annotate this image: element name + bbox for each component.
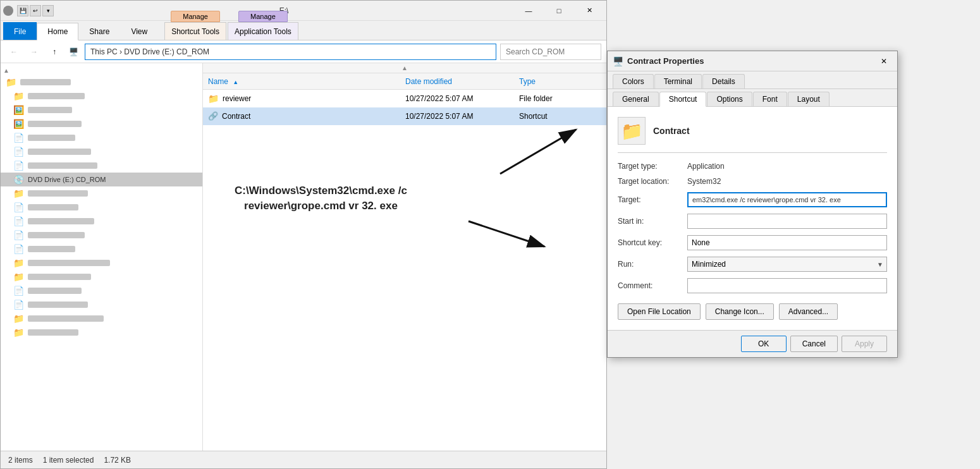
start-in-label: Start in: [618, 217, 687, 226]
run-select[interactable]: Normal window Minimized Maximized [687, 257, 887, 272]
back-button[interactable]: ← [6, 44, 22, 60]
col-header-type[interactable]: Type [519, 77, 601, 86]
image-icon-2: 🖼️ [13, 105, 24, 115]
tab-file[interactable]: File [3, 22, 37, 40]
path-input[interactable] [85, 44, 496, 60]
dialog-footer: OK Cancel Apply [608, 330, 897, 357]
sidebar-item-17[interactable]: 📁 [1, 312, 202, 326]
sidebar-item-dvd[interactable]: 💿 DVD Drive (E:) CD_ROM [1, 173, 202, 186]
tab-options[interactable]: Options [707, 92, 752, 106]
search-input[interactable] [500, 44, 601, 60]
minimize-button[interactable]: — [514, 1, 543, 21]
form-row-shortcut-key: Shortcut key: [618, 235, 887, 250]
sidebar-item-1[interactable]: 📁 [1, 89, 202, 103]
tab-app-tools[interactable]: Application Tools [228, 22, 298, 40]
forward-button[interactable]: → [26, 44, 42, 60]
sidebar-scroll-up[interactable]: ▲ [1, 66, 202, 75]
folder-icon-13: 📁 [13, 258, 24, 268]
sidebar-item-9[interactable]: 📄 [1, 200, 202, 214]
items-count: 2 items [8, 456, 33, 465]
start-in-input[interactable] [687, 214, 887, 229]
tab-shortcut-tools[interactable]: Shortcut Tools [164, 22, 226, 40]
sidebar-item-8[interactable]: 📁 [1, 186, 202, 200]
tab-layout[interactable]: Layout [788, 92, 830, 106]
col-header-name[interactable]: Name ▲ [208, 77, 405, 86]
tab-home[interactable]: Home [37, 23, 78, 40]
sidebar-item-11[interactable]: 📄 [1, 228, 202, 242]
open-file-location-button[interactable]: Open File Location [618, 303, 701, 320]
sidebar-item-6[interactable]: 📄 [1, 159, 202, 173]
shortcut-key-input[interactable] [687, 235, 887, 250]
tab-share[interactable]: Share [78, 22, 120, 40]
breadcrumb-icon: 🖥️ [69, 47, 78, 56]
undo-quick-btn[interactable]: ↩ [30, 5, 41, 16]
cancel-button[interactable]: Cancel [790, 336, 838, 352]
dropdown-quick-btn[interactable]: ▾ [42, 5, 54, 16]
sidebar-item-0[interactable]: 📁 [1, 75, 202, 89]
file-list-scroll-up[interactable]: ▲ [203, 63, 606, 73]
sidebar-item-14[interactable]: 📁 [1, 270, 202, 284]
save-quick-btn[interactable]: 💾 [17, 5, 28, 16]
sidebar-item-4[interactable]: 📄 [1, 131, 202, 145]
advanced-button[interactable]: Advanced... [779, 303, 838, 320]
ok-button[interactable]: OK [741, 336, 787, 352]
folder-icon-8: 📁 [13, 188, 24, 198]
file-date-reviewer: 10/27/2022 5:07 AM [405, 94, 519, 103]
svg-line-3 [469, 221, 544, 247]
tab-shortcut[interactable]: Shortcut [659, 92, 707, 107]
sidebar-item-16[interactable]: 📄 [1, 298, 202, 312]
target-location-label: Target location: [618, 177, 687, 186]
dialog-close-button[interactable]: ✕ [876, 53, 892, 70]
file-row-contract[interactable]: 🔗 Contract 10/27/2022 5:07 AM Shortcut [203, 107, 606, 125]
tab-font[interactable]: Font [753, 92, 787, 106]
file-row-reviewer[interactable]: 📁 reviewer 10/27/2022 5:07 AM File folde… [203, 90, 606, 107]
folder-icon-1: 📁 [13, 91, 24, 101]
change-icon-button[interactable]: Change Icon... [706, 303, 774, 320]
doc-icon-5: 📄 [13, 147, 24, 157]
file-type-reviewer: File folder [519, 94, 601, 103]
sidebar-item-13[interactable]: 📁 [1, 256, 202, 270]
file-list: ▲ Name ▲ Date modified Type 📁 reviewer 1… [203, 63, 606, 451]
sidebar-item-15[interactable]: 📄 [1, 284, 202, 298]
sidebar-item-12[interactable]: 📄 [1, 242, 202, 256]
folder-icon-reviewer: 📁 [208, 94, 219, 104]
tab-details[interactable]: Details [702, 74, 745, 88]
shortcut-icon-box: 📁 [618, 117, 646, 145]
sidebar-item-18[interactable]: 📁 [1, 326, 202, 339]
status-bar: 2 items 1 item selected 1.72 KB [1, 451, 606, 468]
apply-button[interactable]: Apply [842, 336, 887, 352]
sidebar-item-label-3 [28, 121, 82, 127]
dialog-title-icon: 🖥️ [613, 56, 623, 66]
maximize-button[interactable]: □ [544, 1, 573, 21]
sort-arrow: ▲ [233, 79, 238, 85]
close-button[interactable]: ✕ [575, 1, 604, 21]
contract-properties-dialog: 🖥️ Contract Properties ✕ Colors Terminal… [607, 51, 898, 358]
tab-view[interactable]: View [120, 22, 158, 40]
tab-terminal[interactable]: Terminal [654, 74, 702, 88]
col-header-date[interactable]: Date modified [405, 77, 519, 86]
tab-general[interactable]: General [613, 92, 659, 106]
sidebar-dvd-label: DVD Drive (E:) CD_ROM [28, 176, 106, 183]
sidebar-item-2[interactable]: 🖼️ [1, 103, 202, 117]
sidebar-item-5[interactable]: 📄 [1, 145, 202, 159]
manage-shortcut-label[interactable]: Manage [171, 11, 220, 22]
sidebar-item-10[interactable]: 📄 [1, 214, 202, 228]
form-row-comment: Comment: [618, 278, 887, 293]
form-row-run: Run: Normal window Minimized Maximized ▼ [618, 257, 887, 272]
comment-input[interactable] [687, 278, 887, 293]
form-row-start-in: Start in: [618, 214, 887, 229]
sidebar-item-label-14 [28, 274, 91, 280]
file-size: 1.72 KB [104, 456, 131, 465]
up-button[interactable]: ↑ [46, 44, 63, 60]
dialog-title-bar: 🖥️ Contract Properties ✕ [608, 51, 897, 71]
sidebar-item-label-2 [28, 107, 72, 113]
sidebar-item-3[interactable]: 🖼️ [1, 117, 202, 131]
tab-colors[interactable]: Colors [613, 74, 654, 88]
folder-icon-17: 📁 [13, 314, 24, 324]
manage-app-label[interactable]: Manage [238, 11, 288, 22]
sidebar-item-label-17 [28, 315, 104, 322]
sidebar: ▲ 📁 📁 🖼️ 🖼️ 📄 [1, 63, 203, 451]
quick-access-toolbar: 💾 ↩ ▾ [17, 5, 54, 16]
target-input[interactable] [687, 192, 887, 207]
ribbon: File Home Share View Manage Shortcut Too… [1, 21, 606, 40]
